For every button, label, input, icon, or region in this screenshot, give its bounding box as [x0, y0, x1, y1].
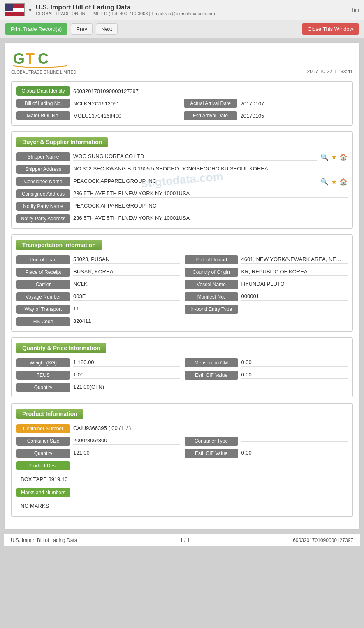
footer-right: 6003201701090000127397: [293, 537, 353, 543]
shipper-address-row: Shipper Address NO 302 SEO KWANG B D 160…: [16, 165, 348, 174]
container-number-row: Container Number CAIU9366395 ( 00 / L / …: [16, 424, 348, 433]
voyage-number-col: Voyage Number 003E: [16, 292, 180, 301]
shipper-search-icon[interactable]: 🔍: [320, 153, 329, 161]
footer-left: U.S. Import Bill of Lading Data: [11, 537, 77, 543]
teus-cif-row: TEUS 1.00 Esti. CIF Value 0.00: [16, 371, 348, 380]
esti-cif-label: Esti. CIF Value: [185, 371, 238, 380]
flag-icon: [5, 3, 25, 16]
container-type-col: Container Type: [185, 437, 348, 446]
shipper-action-icons: 🔍 ★ 🏠: [320, 153, 348, 161]
quantity-price-section: Quantity & Price Information Weight (KG)…: [11, 337, 353, 397]
marks-numbers-label: Marks and Numbers: [16, 488, 70, 497]
master-bol-value: MOLU13704168400: [73, 113, 181, 119]
esti-arrival-value: 20170105: [241, 113, 348, 119]
voyage-manifest-row: Voyage Number 003E Manifest No. 000001: [16, 292, 348, 301]
esti-cif-col: Esti. CIF Value 0.00: [185, 371, 348, 380]
container-size-label: Container Size: [16, 437, 70, 446]
svg-text:G: G: [13, 50, 25, 67]
toolbar: Print Trade Record(s) Prev Next Close Th…: [0, 20, 364, 38]
actual-arrival-value: 20170107: [241, 100, 348, 107]
way-of-transport-col: Way of Transport 11: [16, 305, 180, 314]
page-footer: U.S. Import Bill of Lading Data 1 / 1 60…: [4, 534, 360, 546]
weight-measure-row: Weight (KG) 1,180.00 Measure in CM 0.00: [16, 358, 348, 367]
main-content: G T C GLOBAL TRADE ONLINE LIMITED 2017-1…: [4, 42, 360, 530]
measure-cm-label: Measure in CM: [185, 358, 238, 367]
logo-area: G T C GLOBAL TRADE ONLINE LIMITED: [11, 49, 76, 75]
vessel-name-value: HYUNDAI PLUTO: [241, 281, 348, 288]
product-quantity-col: Quantity 121.00: [16, 449, 180, 458]
teus-label: TEUS: [16, 371, 70, 380]
manifest-no-value: 000001: [241, 293, 348, 301]
logo-tagline: GLOBAL TRADE ONLINE LIMITED: [11, 70, 76, 75]
place-country-row: Place of Receipt BUSAN, KOREA Country of…: [16, 268, 348, 277]
container-type-label: Container Type: [185, 437, 238, 446]
weight-kg-col: Weight (KG) 1,180.00: [16, 358, 180, 367]
header-subtitle: GLOBAL TRADE ONLINE LIMITED ( Tel: 400-7…: [36, 11, 347, 16]
close-window-button[interactable]: Close This Window: [302, 23, 359, 35]
next-button[interactable]: Next: [96, 23, 118, 35]
quantity-price-title: Quantity & Price Information: [16, 343, 106, 353]
flag-dropdown[interactable]: ▾: [29, 7, 32, 13]
measure-cm-value: 0.00: [241, 359, 348, 367]
place-of-receipt-label: Place of Receipt: [16, 268, 70, 277]
prev-button[interactable]: Prev: [71, 23, 93, 35]
master-bol-label: Mater BOL No.: [16, 111, 70, 120]
header-right: Tim: [351, 7, 359, 13]
shipper-star-icon[interactable]: ★: [331, 153, 337, 161]
product-desc-row: Product Desc: [16, 461, 348, 470]
in-bond-entry-label: In-bond Entry Type: [185, 305, 238, 314]
svg-text:T: T: [26, 50, 35, 67]
container-size-value: 2000*806*800: [73, 437, 180, 445]
consignee-name-row: Consignee Name PEACOCK APPAREL GROUP INC…: [16, 177, 348, 186]
logo-row: G T C GLOBAL TRADE ONLINE LIMITED 2017-1…: [11, 49, 353, 75]
port-of-load-value: 58023, PUSAN: [73, 256, 180, 264]
header-title: U.S. Import Bill of Lading Data: [36, 4, 347, 11]
consignee-address-value: 236 5TH AVE 5TH FLNEW YORK NY 10001USA: [73, 190, 348, 198]
in-bond-entry-col: In-bond Entry Type: [185, 305, 348, 314]
header-bar: ▾ U.S. Import Bill of Lading Data GLOBAL…: [0, 0, 364, 20]
notify-party-address-row: Notify Party Address 236 5TH AVE 5TH FLN…: [16, 214, 348, 223]
place-of-receipt-value: BUSAN, KOREA: [73, 268, 180, 276]
global-data-identity-value: 6003201701090000127397: [73, 88, 348, 94]
product-information-title: Product Information: [16, 409, 83, 419]
hs-code-value: 820411: [73, 318, 348, 325]
container-number-label: Container Number: [16, 424, 70, 433]
port-of-load-col: Port of Load 58023, PUSAN: [16, 255, 180, 264]
consignee-star-icon[interactable]: ★: [331, 178, 337, 186]
product-desc-value: BOX TAPE 3919.10: [16, 474, 348, 485]
shipper-address-value: NO 302 SEO KWANG B D 1605 5 SEOCHO DONGS…: [73, 166, 348, 173]
way-of-transport-value: 11: [73, 306, 180, 313]
transportation-title: Transportation Information: [16, 240, 102, 250]
vessel-name-label: Vessel Name: [185, 280, 238, 289]
carrier-value: NCLK: [73, 281, 180, 288]
consignee-search-icon[interactable]: 🔍: [320, 178, 329, 186]
product-quantity-cif-row: Quantity 121.00 Esti. CIF Value 0.00: [16, 449, 348, 458]
port-row: Port of Load 58023, PUSAN Port of Unload…: [16, 255, 348, 264]
print-button[interactable]: Print Trade Record(s): [5, 23, 67, 35]
carrier-vessel-row: Carrier NCLK Vessel Name HYUNDAI PLUTO: [16, 280, 348, 289]
consignee-home-icon[interactable]: 🏠: [339, 178, 348, 186]
quantity-value: 121.00(CTN): [73, 384, 348, 391]
shipper-name-value: WOO SUNG KOREA CO LTD: [73, 153, 317, 161]
master-bol-row: Mater BOL No. MOLU13704168400 Esti Arriv…: [16, 111, 348, 120]
weight-kg-value: 1,180.00: [73, 359, 180, 367]
country-of-origin-col: Country of Origin KR, REPUBLIC OF KOREA: [185, 268, 348, 277]
vessel-name-col: Vessel Name HYUNDAI PLUTO: [185, 280, 348, 289]
consignee-name-label: Consignee Name: [16, 177, 70, 186]
carrier-col: Carrier NCLK: [16, 280, 180, 289]
bill-of-lading-row: Bill of Lading No. NCLKNYC1612051 Actual…: [16, 99, 348, 108]
esti-cif-value: 0.00: [241, 371, 348, 379]
container-type-value: [241, 441, 348, 442]
hs-code-row: HS Code 820411: [16, 317, 348, 326]
transportation-section: Transportation Information Port of Load …: [11, 234, 353, 332]
manifest-no-label: Manifest No.: [185, 292, 238, 301]
shipper-home-icon[interactable]: 🏠: [339, 153, 348, 161]
port-of-load-label: Port of Load: [16, 255, 70, 264]
container-size-type-row: Container Size 2000*806*800 Container Ty…: [16, 437, 348, 446]
measure-cm-col: Measure in CM 0.00: [185, 358, 348, 367]
in-bond-entry-value: [241, 309, 348, 310]
bill-of-lading-label: Bill of Lading No.: [16, 99, 70, 108]
buyer-supplier-section: st.gtodata.com Buyer & Supplier Informat…: [11, 131, 353, 229]
notify-party-name-value: PEACOCK APPAREL GROUP INC: [73, 203, 348, 210]
marks-numbers-value: NO MARKS: [16, 500, 348, 511]
